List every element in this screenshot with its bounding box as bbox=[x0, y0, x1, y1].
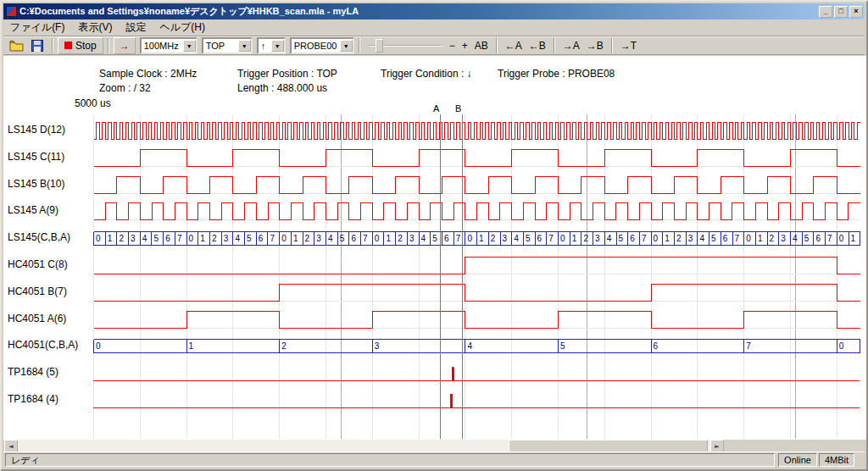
menu-file[interactable]: ファイル(F) bbox=[3, 19, 71, 36]
trigger-edge-value: ↑ bbox=[259, 41, 271, 51]
maximize-button[interactable]: □ bbox=[834, 6, 848, 18]
zoom-slider[interactable] bbox=[368, 37, 442, 54]
stop-button[interactable]: Stop bbox=[58, 37, 103, 54]
trigger-condition-info: Trigger Condition : ↓ bbox=[381, 68, 472, 80]
floppy-disk-icon bbox=[31, 40, 43, 52]
close-button[interactable]: × bbox=[849, 6, 863, 18]
chevron-down-icon[interactable]: ▼ bbox=[340, 40, 353, 52]
trigger-edge-select[interactable]: ↑ ▼ bbox=[257, 37, 286, 54]
toolbar-separator bbox=[108, 38, 109, 53]
window-title: C:¥Documents and Settings¥noname¥デスクトップ¥… bbox=[19, 5, 819, 18]
toolbar-separator bbox=[359, 38, 360, 53]
sample-clock-select[interactable]: 100MHz ▼ bbox=[140, 37, 198, 54]
stop-icon bbox=[64, 42, 72, 49]
trigger-probe-info: Trigger Probe : PROBE08 bbox=[498, 68, 615, 80]
chevron-down-icon[interactable]: ▼ bbox=[238, 40, 251, 52]
save-button[interactable] bbox=[27, 37, 47, 54]
trigger-probe-value: PROBE00 bbox=[292, 41, 340, 51]
zoom-in-button[interactable]: + bbox=[459, 37, 471, 54]
sample-clock-value: 100MHz bbox=[142, 41, 183, 51]
open-file-button[interactable] bbox=[7, 37, 27, 54]
chevron-down-icon[interactable]: ▼ bbox=[271, 40, 284, 52]
minimize-button[interactable]: _ bbox=[819, 6, 832, 18]
set-cursor-a-button[interactable]: →A bbox=[559, 37, 583, 54]
toolbar-separator bbox=[611, 38, 613, 53]
status-online: Online bbox=[778, 453, 817, 467]
set-cursor-b-button[interactable]: →B bbox=[583, 37, 607, 54]
toolbar-separator bbox=[496, 38, 498, 53]
menu-help[interactable]: ヘルプ(H) bbox=[153, 19, 212, 36]
zoom-info: Zoom : / 32 bbox=[99, 82, 151, 94]
app-window: C:¥Documents and Settings¥noname¥デスクトップ¥… bbox=[0, 0, 868, 471]
trigger-probe-select[interactable]: PROBE00 ▼ bbox=[290, 37, 354, 54]
menu-settings[interactable]: 設定 bbox=[119, 19, 153, 36]
zoom-ab-button[interactable]: AB bbox=[471, 37, 492, 54]
trigger-position-select[interactable]: TOP ▼ bbox=[202, 37, 253, 54]
menu-bar: ファイル(F) 表示(V) 設定 ヘルプ(H) bbox=[3, 19, 865, 36]
zoom-out-button[interactable]: − bbox=[446, 37, 459, 54]
zoom-slider-thumb[interactable] bbox=[376, 39, 383, 53]
toolbar-separator bbox=[52, 38, 53, 53]
title-bar[interactable]: C:¥Documents and Settings¥noname¥デスクトップ¥… bbox=[3, 3, 865, 19]
trigger-position-value: TOP bbox=[203, 41, 238, 51]
stop-label: Stop bbox=[75, 40, 97, 52]
goto-trigger-button[interactable]: →T bbox=[617, 37, 640, 54]
waveform-panel: Sample Clock : 2MHz Trigger Position : T… bbox=[3, 56, 868, 440]
chevron-down-icon[interactable]: ▼ bbox=[183, 40, 196, 52]
sample-clock-info: Sample Clock : 2MHz bbox=[99, 68, 197, 80]
time-scale-label: 5000 us bbox=[75, 97, 111, 109]
goto-cursor-a-button[interactable]: ←A bbox=[502, 37, 526, 54]
open-folder-icon bbox=[9, 40, 25, 52]
run-button[interactable]: → bbox=[114, 37, 136, 54]
menu-view[interactable]: 表示(V) bbox=[71, 19, 119, 36]
goto-cursor-b-button[interactable]: ←B bbox=[526, 37, 549, 54]
app-icon bbox=[6, 6, 17, 17]
status-ready: レディ bbox=[5, 453, 775, 467]
status-memory: 4MBit bbox=[819, 453, 854, 467]
trigger-position-info: Trigger Position : TOP bbox=[237, 68, 337, 80]
toolbar: Stop → 100MHz ▼ TOP ▼ ↑ ▼ PROBE00 ▼ − + … bbox=[3, 36, 865, 55]
toolbar-separator bbox=[554, 38, 555, 53]
status-bar: レディ Online 4MBit bbox=[3, 452, 865, 468]
length-info: Length : 488.000 us bbox=[237, 82, 327, 94]
